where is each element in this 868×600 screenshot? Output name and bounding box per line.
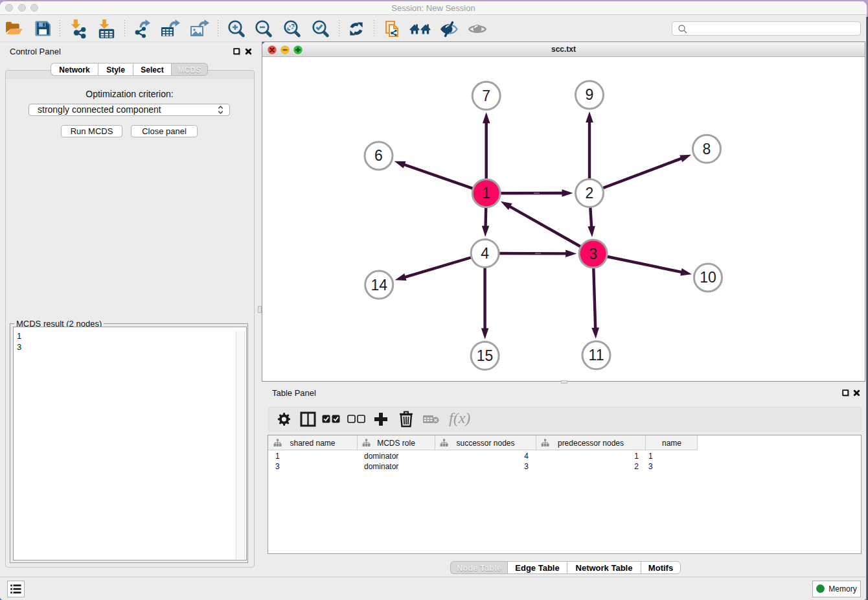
svg-text:15: 15 [477,347,494,364]
svg-text:4: 4 [481,245,489,262]
svg-text:2: 2 [586,185,594,202]
svg-text:7: 7 [482,87,490,104]
svg-text:6: 6 [374,147,383,164]
svg-text:11: 11 [589,347,604,363]
svg-text:3: 3 [589,246,597,262]
svg-text:14: 14 [371,277,387,294]
svg-text:9: 9 [586,86,594,103]
svg-text:8: 8 [703,141,711,157]
svg-text:10: 10 [700,269,716,286]
svg-text:1: 1 [482,185,490,202]
